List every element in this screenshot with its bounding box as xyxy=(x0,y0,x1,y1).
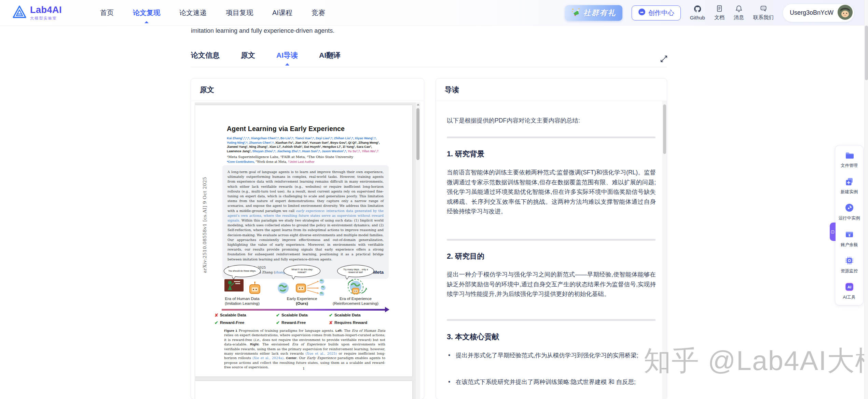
page-scrollbar[interactable] xyxy=(864,0,868,399)
floating-toolbar: ‹ 文件管理 新建实例 xyxy=(835,145,864,305)
megaphone-icon xyxy=(571,7,581,19)
figure-caption: Figure 1 Progression of training paradig… xyxy=(224,328,385,370)
tab-ai-guide[interactable]: AI导读 xyxy=(276,51,298,66)
running-instance-icon xyxy=(845,203,854,214)
globe-cycle-robot-icon xyxy=(327,279,385,296)
fullscreen-expand-icon[interactable] xyxy=(659,54,669,63)
ai-guide-panel: 导读 以下是根据提供的PDF内容对论文主要内容的总结: 1. 研究背景 当前语言… xyxy=(436,78,667,399)
figure-check-row: ✔ Reward-Free xyxy=(215,320,244,325)
pdf-page-2 xyxy=(195,381,412,399)
pdf-scrollbar-thumb[interactable] xyxy=(416,108,419,160)
community-gift-button[interactable]: 社群有礼 xyxy=(565,5,622,21)
top-navbar: Lab4AI 大模型实验室 首页 论文复现 论文速递 项目复现 AI课程 竞赛 xyxy=(0,0,868,26)
figure-check-label: Requires Reward xyxy=(334,320,367,325)
author-line: Jianwei Yang¹, Ning Zhang¹, Xian Li², As… xyxy=(227,145,380,149)
paper-tabs: 论文信息 原文 AI导读 AI翻译 xyxy=(191,51,341,66)
page-scrollbar-thumb[interactable] xyxy=(865,26,868,80)
original-paper-panel: 原文 arXiv:2510.08558v1 [cs.AI] 9 Oct 2025… xyxy=(191,78,424,399)
figure-col-experience: Try many steps... only a reward at last! xyxy=(327,265,385,306)
nav-item-paper-reproduction[interactable]: 论文复现 xyxy=(133,8,160,17)
scrolled-paper-text: imitation learning and fully experience-… xyxy=(191,27,334,34)
section-body-background: 当前语言智能体的训练主要依赖两种范式:监督微调(SFT)和强化学习(RL)。监督… xyxy=(447,168,656,216)
toolbar-label: 运行中实例 xyxy=(839,215,860,221)
watermark: 知乎 @Lab4AI大模型 xyxy=(644,343,868,380)
figure-check-row: ✘ Scalable Data xyxy=(215,313,246,317)
abstract-text: A long-term goal of language agents is t… xyxy=(228,170,384,261)
figure-col-subtitle: (Reinforcement Learning) xyxy=(327,301,385,306)
community-gift-label: 社群有礼 xyxy=(583,8,616,18)
divider xyxy=(447,319,656,321)
figure-1: You should do these steps. xyxy=(195,265,412,328)
new-instance-icon xyxy=(845,177,854,187)
contact-label: 联系我们 xyxy=(753,14,774,21)
figure-check-row: ✔ Scalable Data xyxy=(329,313,361,317)
figure-check-row: ✔ Scalable Data xyxy=(276,313,308,317)
tab-original[interactable]: 原文 xyxy=(241,51,255,66)
docs-link[interactable]: 文档 xyxy=(714,5,725,21)
nav-item-ai-courses[interactable]: AI课程 xyxy=(272,8,292,17)
nav-item-home[interactable]: 首页 xyxy=(100,8,114,17)
guide-content[interactable]: 以下是根据提供的PDF内容对论文主要内容的总结: 1. 研究背景 当前语言智能体… xyxy=(436,101,667,399)
toolbar-item-resource-monitor[interactable]: 资源监控 xyxy=(841,256,858,274)
section-heading-contributions: 3. 本文核心贡献 xyxy=(447,332,499,342)
github-link[interactable]: Github xyxy=(690,5,705,20)
check-icon: ✔ xyxy=(276,313,280,317)
nav-item-competition[interactable]: 竞赛 xyxy=(312,8,325,17)
cross-icon: ✘ xyxy=(329,320,333,325)
paper-affiliations: ¹Meta Superintelligence Labs, ²FAIR at M… xyxy=(227,155,353,159)
toolbar-item-running-instances[interactable]: 运行中实例 xyxy=(839,203,860,221)
section-heading-purpose: 2. 研究目的 xyxy=(447,251,484,261)
figure-col-subtitle: (Imitation Learning) xyxy=(213,301,271,306)
nav-item-project-reproduction[interactable]: 项目复现 xyxy=(226,8,253,17)
divider xyxy=(447,239,656,241)
contact-link[interactable]: 联系我们 xyxy=(753,5,774,21)
toolbar-item-new-instance[interactable]: 新建实例 xyxy=(841,177,858,195)
user-menu[interactable]: Userg3oBnYcW xyxy=(783,4,854,22)
figure-col-title: Era of Experience xyxy=(327,297,385,301)
toolbar-label: 新建实例 xyxy=(841,189,858,195)
contribution-bullet: 提出并形式化了早期经验范式,作为从模仿学习到强化学习的实用桥梁; xyxy=(456,351,647,360)
figure-check-row: ✘ Requires Reward xyxy=(329,320,367,325)
tab-paper-info[interactable]: 论文信息 xyxy=(191,51,220,66)
avatar xyxy=(838,5,853,21)
divider xyxy=(447,137,656,138)
figure-check-label: Scalable Data xyxy=(281,313,308,317)
toolbar-label: 账户余额 xyxy=(841,242,858,248)
contribution-bullet: 在该范式下系统研究并提出了两种训练策略:隐式世界建模 和 自反思; xyxy=(456,377,647,387)
check-icon: ✔ xyxy=(276,320,280,325)
messages-link[interactable]: 消息 xyxy=(734,5,744,21)
navbar-right: 社群有礼 创作中心 Github xyxy=(565,0,854,26)
docs-label: 文档 xyxy=(714,14,725,21)
app-root: Lab4AI 大模型实验室 首页 论文复现 论文速递 项目复现 AI课程 竞赛 xyxy=(0,0,868,399)
creator-center-button[interactable]: 创作中心 xyxy=(632,5,681,20)
figure-col-title: Early Experience xyxy=(273,297,331,301)
svg-text:AI: AI xyxy=(847,285,851,289)
github-label: Github xyxy=(690,15,705,20)
scroll-up-arrow[interactable] xyxy=(417,104,419,105)
paradigm-progression-arrow xyxy=(222,309,385,311)
logo[interactable]: Lab4AI 大模型实验室 xyxy=(12,5,62,21)
toolbar-item-file-manager[interactable]: 文件管理 xyxy=(841,151,858,169)
guide-scrollbar-thumb[interactable] xyxy=(663,104,666,154)
original-panel-title: 原文 xyxy=(191,79,424,101)
page-number: 1 xyxy=(195,367,412,370)
tab-ai-translation[interactable]: AI翻译 xyxy=(319,51,341,66)
toolbar-collapse-handle[interactable]: ‹ xyxy=(830,223,836,241)
logo-icon xyxy=(12,5,27,20)
resource-monitor-icon xyxy=(845,256,854,267)
nav-item-paper-express[interactable]: 论文速递 xyxy=(179,8,207,17)
speech-bubble: You should do these steps. xyxy=(224,265,261,277)
figure-col-human-data: You should do these steps. xyxy=(213,265,271,306)
guide-intro: 以下是根据提供的PDF内容对论文主要内容的总结: xyxy=(447,116,580,125)
bell-icon xyxy=(735,5,743,13)
toolbar-item-account-balance[interactable]: ¥ 账户余额 xyxy=(841,230,858,248)
author-line: Yuting Ning³,*, Zhaorun Chen¹,*, Xiaohan… xyxy=(227,141,380,145)
pdf-scrollbar[interactable] xyxy=(416,102,420,399)
figure-col-title: Era of Human Data xyxy=(213,297,271,301)
pdf-page-1: arXiv:2510.08558v1 [cs.AI] 9 Oct 2025 Ag… xyxy=(195,105,412,376)
figure-check-label: Scalable Data xyxy=(334,313,361,317)
toolbar-item-ai-tools[interactable]: AI AI工具 xyxy=(843,282,856,300)
pdf-viewer[interactable]: arXiv:2510.08558v1 [cs.AI] 9 Oct 2025 Ag… xyxy=(195,102,420,399)
paper-authors: Kai Zhang¹,³,°,*, Xiangchao Chen³,*, Bo … xyxy=(227,136,380,153)
speech-bubble: What if I do this step instead? xyxy=(284,265,320,277)
